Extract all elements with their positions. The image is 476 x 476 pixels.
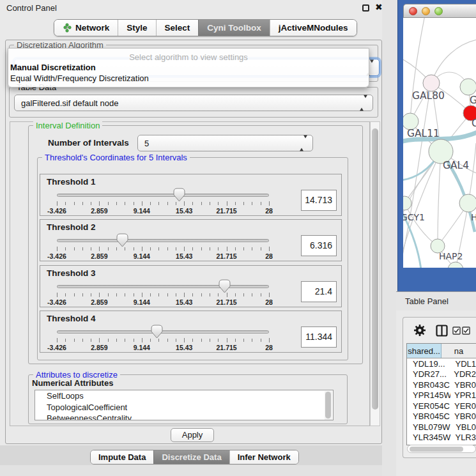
dropdown-item[interactable]: Equal Width/Frequency Discretization [8, 73, 369, 84]
slider-tick [261, 339, 261, 342]
graph-node-label: C [472, 118, 476, 129]
bottom-tab-bar: Impute DataDiscretize DataInfer Network [90, 450, 299, 464]
float-window-icon[interactable] [362, 4, 369, 12]
scrollbar-thumb[interactable] [325, 392, 331, 418]
tab-cyni-toolbox[interactable]: Cyni Toolbox [198, 20, 270, 36]
vertical-scrollbar[interactable] [370, 121, 380, 426]
slider-tick [201, 202, 202, 205]
mac-zoom-button[interactable] [434, 7, 443, 15]
slider-tick [167, 293, 168, 296]
table-cell[interactable]: YER0 [450, 401, 476, 411]
attribute-list-item[interactable]: TopologicalCoefficient [35, 402, 333, 413]
table-row[interactable]: YDR27...YDR2 [407, 369, 476, 380]
graph-node[interactable] [460, 79, 476, 95]
table-cell[interactable]: YDL1 [451, 359, 476, 369]
table-cell[interactable]: YBR0 [450, 411, 476, 421]
tab-style[interactable]: Style [118, 20, 155, 36]
slider-track[interactable] [57, 194, 269, 197]
dropdown-item[interactable]: Manual Discretization [8, 62, 369, 73]
graph-node[interactable] [459, 194, 476, 212]
network-canvas[interactable]: GAL80GACGAL11GAL4GCY1HHAP2 [403, 18, 476, 268]
tab-discretize-data[interactable]: Discretize Data [153, 450, 229, 464]
slider-track[interactable] [57, 330, 269, 334]
threshold-value-field[interactable]: 21.4 [301, 281, 337, 302]
slider-tick [235, 293, 236, 296]
dropdown-prompt-item[interactable]: Select algorithm to view settings [8, 49, 369, 62]
horizontal-scrollbar[interactable] [407, 445, 476, 453]
table-cell[interactable]: YDR27... [407, 369, 450, 379]
graph-node[interactable] [423, 75, 440, 91]
table-cell[interactable]: YBR0 [450, 380, 476, 390]
slider-track[interactable] [57, 239, 269, 242]
panel-divider[interactable] [382, 0, 397, 476]
table-cell[interactable]: YER054C [407, 401, 450, 411]
tab-jactivemnodules[interactable]: jActiveMNodules [270, 20, 357, 36]
slider-tick-label: 9.144 [134, 298, 150, 306]
table-data-combobox[interactable]: galFiltered.sif default node [14, 95, 373, 111]
tab-impute-data[interactable]: Impute Data [91, 450, 153, 464]
table-row[interactable]: YDL19...YDL1 [407, 358, 476, 369]
table-cell[interactable]: YBR045C [407, 411, 450, 421]
slider-tick [158, 247, 159, 250]
table-row[interactable]: YER054CYER0 [407, 401, 476, 411]
slider-track[interactable] [57, 285, 269, 288]
tab-infer-network[interactable]: Infer Network [229, 450, 298, 464]
table-cell[interactable]: YLR345W [407, 433, 451, 442]
split-table-icon[interactable] [436, 325, 448, 337]
close-icon[interactable]: ✖ [375, 2, 383, 12]
slider-tick [74, 293, 75, 296]
slider-tick-label: 9.144 [134, 344, 150, 351]
graph-node-label: GAL80 [412, 90, 445, 102]
checkbox-icon[interactable] [452, 326, 461, 335]
slider-tick [176, 247, 176, 250]
table-row[interactable]: YLR345WYLR3 [407, 433, 476, 443]
slider-handle[interactable] [173, 188, 185, 202]
threshold-value-field[interactable]: 14.713 [301, 190, 337, 211]
checkbox-icon[interactable] [462, 326, 470, 335]
table-cell[interactable]: YDR2 [450, 369, 476, 379]
table-column-header[interactable]: na [441, 344, 476, 358]
node-attribute-table[interactable]: shared... na YDL19...YDL1YDR27...YDR2YBR… [406, 343, 476, 445]
table-cell[interactable]: YBL079W [407, 422, 452, 432]
table-cell[interactable]: YBL0 [452, 422, 476, 432]
combo-arrows-icon [300, 139, 307, 148]
slider-handle[interactable] [151, 325, 163, 339]
table-row[interactable]: YBR045CYBR0 [407, 411, 476, 422]
slider-tick-label: 15.43 [176, 344, 192, 351]
table-cell[interactable]: YDL19... [407, 359, 451, 369]
tab-select[interactable]: Select [156, 20, 199, 36]
table-column-header[interactable]: shared... [407, 344, 441, 358]
table-cell[interactable]: YLR3 [451, 433, 476, 442]
number-of-intervals-combobox[interactable]: 5 [137, 135, 313, 151]
apply-button[interactable]: Apply [171, 428, 214, 442]
table-row[interactable]: YBL079WYBL0 [407, 422, 476, 433]
gear-icon[interactable] [413, 323, 427, 337]
number-of-intervals-value: 5 [144, 139, 149, 148]
scrollbar-thumb[interactable] [372, 128, 378, 410]
slider-tick [269, 338, 270, 342]
scrollbar-thumb[interactable] [410, 447, 463, 452]
slider-tick [176, 202, 176, 205]
slider-tick [116, 293, 117, 296]
table-row[interactable]: YBR043CYBR0 [407, 380, 476, 390]
slider-tick-label: -3.426 [47, 298, 66, 306]
table-cell[interactable]: YPR145W [407, 390, 450, 400]
mac-minimize-button[interactable] [422, 7, 430, 15]
network-window-titlebar[interactable] [403, 4, 476, 18]
mac-close-button[interactable] [409, 7, 417, 15]
list-scrollbar[interactable] [325, 391, 332, 420]
table-cell[interactable]: YPR1 [450, 390, 476, 400]
threshold-value-field[interactable]: 11.344 [301, 326, 337, 348]
slider-handle[interactable] [219, 279, 231, 293]
numerical-attributes-list[interactable]: SelfLoopsTopologicalCoefficientBetweenne… [35, 390, 334, 420]
slider-tick [227, 247, 227, 251]
tab-network[interactable]: Network [54, 20, 118, 36]
attribute-list-item[interactable]: BetweennessCentrality [35, 413, 333, 420]
slider-tick-label: 15.43 [176, 298, 192, 306]
slider-handle[interactable] [116, 233, 128, 247]
slider-tick [82, 247, 83, 250]
table-cell[interactable]: YBR043C [407, 380, 450, 390]
attribute-list-item[interactable]: SelfLoops [35, 390, 333, 402]
threshold-value-field[interactable]: 6.316 [301, 235, 337, 256]
table-row[interactable]: YPR145WYPR1 [407, 390, 476, 401]
